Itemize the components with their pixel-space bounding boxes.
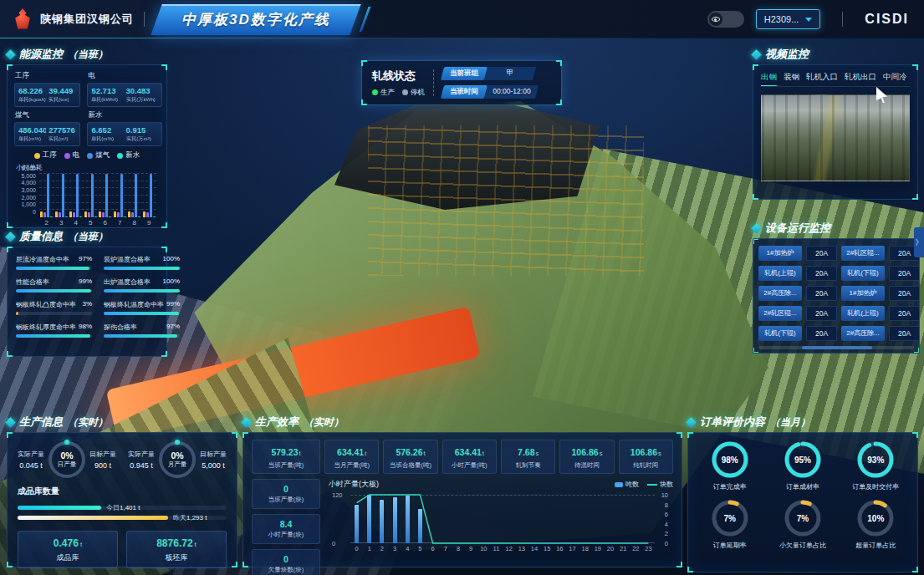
corner-decoration — [912, 567, 918, 572]
stat-value: 634.41 — [455, 447, 482, 457]
inventory-bars: 今日1,401 t昨天1,293 t — [18, 503, 227, 523]
bar — [146, 212, 149, 217]
energy-value: 52.713 — [91, 86, 123, 95]
slab-store-card: 8876.72t 板坯库 — [126, 531, 227, 568]
bar — [62, 174, 64, 217]
chart-legend-item: 块数 — [647, 480, 673, 489]
x-tick-label: 3 — [59, 219, 63, 226]
video-tab[interactable]: 中间冷 — [883, 72, 907, 83]
energy-chart-ylabel: 小时单耗 — [16, 163, 160, 172]
line-selector-dropdown[interactable]: H2309... — [756, 9, 821, 29]
video-tab[interactable]: 装钢 — [784, 72, 799, 83]
x-tick-label: 16 — [554, 545, 566, 552]
header-divider — [144, 12, 145, 27]
y-tick-label: 8 — [665, 501, 668, 508]
chart-title: 小时产量(大板) — [329, 479, 379, 490]
quality-label: 层流冷温度命中率 — [16, 255, 69, 264]
stat-label: 当班产量(块) — [254, 496, 318, 504]
progress-fill — [16, 334, 90, 338]
bar — [84, 211, 87, 217]
bar — [50, 216, 53, 217]
stat-label: 小时产量(吨) — [444, 461, 495, 470]
line-status-legend: 生产停机 — [372, 88, 425, 98]
energy-card-values: 68.226单耗(kgce/t)39.449实耗(tce) — [14, 83, 80, 107]
bar — [40, 211, 43, 217]
corner-decoration — [676, 432, 682, 438]
x-tick-label: 7 — [439, 545, 452, 552]
status-dot — [372, 89, 378, 95]
stat-label: 欠量块数(块) — [254, 566, 318, 574]
x-tick-label: 7 — [118, 219, 121, 226]
legend-dot — [87, 153, 93, 159]
bar — [69, 211, 72, 217]
x-tick-label: 5 — [414, 545, 426, 552]
y-tick-label: 2,000 — [21, 194, 36, 200]
video-tab[interactable]: 轧机出口 — [845, 72, 876, 83]
corner-decoration — [7, 222, 13, 228]
equipment-scrollbar-thumb[interactable] — [802, 346, 872, 349]
stat-value: 106.86 — [572, 447, 599, 457]
y-tick-label: 4 — [665, 520, 668, 527]
video-feed[interactable] — [761, 94, 910, 181]
bar — [94, 216, 97, 217]
donut-ring: 98% — [710, 440, 750, 480]
quality-label: 出炉温度合格率 — [104, 277, 151, 287]
video-monitor-body: 出钢装钢轧机入口轧机出口中间冷电加热 — [753, 64, 918, 200]
donut-value: 7% — [783, 498, 823, 538]
quality-item: 出炉温度合格率100% — [104, 277, 180, 293]
order-donut: 98%订单完成率 — [693, 440, 766, 491]
efficiency-stat-card: 634.41t当月产量(吨) — [324, 440, 379, 474]
visibility-toggle[interactable] — [707, 11, 744, 28]
chart-xlabels: 01234567891011121314151617181920212223 — [350, 545, 655, 552]
corner-decoration — [556, 60, 562, 66]
legend-label: 工序 — [43, 150, 57, 160]
energy-value: 277576 — [48, 125, 76, 135]
panel-title: 质量信息 （当班） — [7, 229, 167, 244]
donut-ring: 95% — [783, 440, 823, 480]
chart-legend-item: 吨数 — [615, 480, 639, 489]
equipment-value: 20A — [889, 326, 920, 341]
quality-item: 钢板终轧凸度命中率3% — [16, 300, 92, 315]
energy-unit: 实耗(tce) — [48, 96, 73, 104]
order-evaluation-body: 98%订单完成率95%订单成材率93%订单及时交付率7%订单延期率7%小欠量订单… — [687, 432, 918, 572]
quality-label: 钢板终轧厚度命中率 — [16, 323, 76, 332]
video-tab[interactable]: 轧机入口 — [806, 72, 838, 83]
inventory-bar-fill — [18, 506, 101, 510]
donut-value: 98% — [710, 440, 750, 480]
corner-decoration — [753, 238, 758, 244]
panel-title: 订单评价内容 （当月） — [687, 415, 918, 430]
corner-decoration — [676, 562, 682, 567]
video-tab[interactable]: 出钢 — [761, 72, 777, 83]
status-dot — [402, 89, 408, 95]
x-tick-label: 18 — [579, 545, 591, 552]
progress-fill — [104, 312, 179, 315]
x-tick-label: 20 — [604, 545, 616, 552]
y-tick-label: 4,000 — [21, 180, 36, 186]
corner-decoration — [161, 247, 167, 252]
yellow-scaffold — [368, 125, 644, 276]
equipment-value: 20A — [806, 306, 837, 321]
diamond-icon — [5, 232, 16, 242]
energy-card-values: 486.040单耗(m³/t)277576实耗(m³) — [14, 122, 80, 146]
quality-label: 探伤合格率 — [104, 323, 137, 332]
equipment-collapse-tab[interactable]: 》 — [914, 227, 924, 257]
bar-group — [40, 174, 53, 217]
line-series — [350, 495, 655, 543]
bar — [76, 174, 79, 217]
efficiency-stat-card: 579.23t当班产量(吨) — [252, 440, 320, 474]
energy-unit: 单耗(m³/t) — [91, 135, 120, 143]
corner-decoration — [242, 562, 248, 567]
bar-groups — [39, 174, 156, 217]
equipment-label: 2#高压除... — [841, 326, 885, 341]
y-tick-label: 6 — [665, 511, 668, 518]
corner-decoration — [242, 432, 248, 438]
actual-output: 实际产量 0.945 t — [128, 450, 155, 470]
inventory-bar-fill — [18, 516, 168, 520]
equipment-monitor-body: 1#加热炉20A2#轧区辊...20A轧机(上辊)20A轧机(下辊)20A2#高… — [753, 238, 920, 354]
bar-group — [99, 174, 111, 217]
donut-value: 95% — [783, 440, 823, 480]
bar — [114, 211, 116, 217]
output-gauges: 实际产量 0.045 t 0% 日产量 目标产量 900 t — [18, 441, 227, 478]
bar — [102, 212, 105, 217]
equipment-row: 2#高压除...20A1#加热炉20A — [758, 286, 914, 301]
